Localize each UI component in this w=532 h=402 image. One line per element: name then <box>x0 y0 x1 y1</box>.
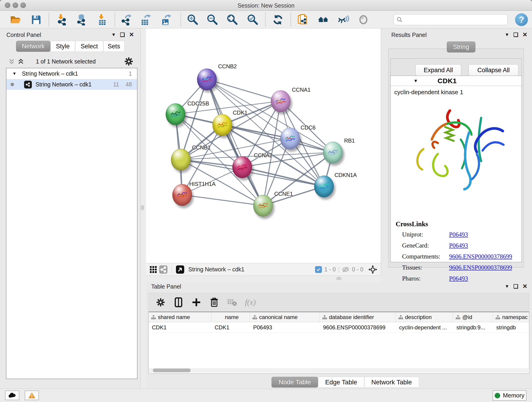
gear-icon[interactable] <box>124 57 133 66</box>
grid-view-icon[interactable] <box>148 264 158 274</box>
close-panel-icon[interactable]: ✕ <box>522 31 527 38</box>
crosslink-label: GeneCard: <box>402 242 449 249</box>
network-node-CCNA2[interactable] <box>232 156 252 178</box>
birdseye-view-icon[interactable] <box>175 264 185 274</box>
import-network-icon[interactable] <box>56 13 68 26</box>
protein-thumbnail <box>257 201 269 211</box>
collapse-panel-icon[interactable]: ▼ <box>505 32 509 37</box>
network-node-CDKN1A[interactable] <box>314 176 334 197</box>
collapse-panel-icon[interactable]: ▼ <box>505 284 509 289</box>
selected-checkbox-icon[interactable] <box>315 266 322 273</box>
search-input[interactable] <box>403 17 501 23</box>
network-name: String Network – cdk1 <box>36 81 92 88</box>
horizontal-scrollbar[interactable] <box>149 368 528 373</box>
network-node-CCNB1[interactable] <box>171 149 191 171</box>
close-panel-icon[interactable]: ✕ <box>522 283 527 290</box>
tab-string[interactable]: String <box>447 41 475 52</box>
warning-button[interactable] <box>25 390 39 400</box>
refresh-icon[interactable] <box>272 13 284 26</box>
column-header-database-identifier[interactable]: database identifier <box>320 312 396 322</box>
zoom-selected-icon[interactable] <box>246 13 259 26</box>
snapshot-share-icon[interactable] <box>297 13 309 26</box>
import-table-icon[interactable] <box>96 13 109 26</box>
crosslink-link[interactable]: 9606.ENSP00000378699 <box>449 253 512 260</box>
tab-style[interactable]: Style <box>51 41 75 52</box>
import-network-database-icon[interactable] <box>75 13 88 26</box>
network-node-CDC25B[interactable] <box>166 103 185 125</box>
show-columns-icon[interactable] <box>173 297 184 307</box>
zoom-fit-icon[interactable] <box>226 13 239 26</box>
zoom-in-icon[interactable] <box>186 13 199 26</box>
zoom-out-icon[interactable] <box>206 13 219 26</box>
tab-network[interactable]: Network <box>16 41 51 52</box>
table-gear-icon[interactable] <box>156 297 166 307</box>
crosslink-row: Pharos: P06493 <box>402 275 512 282</box>
float-panel-icon[interactable]: ❑ <box>120 32 125 38</box>
tab-sets[interactable]: Sets <box>103 41 124 52</box>
close-panel-icon[interactable]: ✕ <box>129 31 134 38</box>
network-view-toolbar: String Network – cdk1 1 - 0 | 0 - 0 <box>146 263 381 276</box>
node-label-RB1: RB1 <box>344 138 355 144</box>
tab-network-table[interactable]: Network Table <box>364 377 419 388</box>
network-row[interactable]: String Network – cdk1 11 48 <box>6 79 137 90</box>
save-session-icon[interactable] <box>30 13 43 26</box>
network-node-RB1[interactable] <box>323 142 343 163</box>
delete-column-icon[interactable] <box>209 297 219 307</box>
tab-edge-table[interactable]: Edge Table <box>318 377 364 388</box>
home-icon[interactable] <box>317 13 330 26</box>
hide-panels-icon[interactable] <box>337 13 350 26</box>
tab-node-table[interactable]: Node Table <box>272 377 318 388</box>
collapse-panel-icon[interactable]: ▼ <box>111 32 116 37</box>
column-header-description[interactable]: description <box>396 312 453 322</box>
network-node-CCNB2[interactable] <box>197 69 217 90</box>
scrollbar-thumb[interactable] <box>153 369 191 372</box>
crosslink-link[interactable]: 9606.ENSP00000378699 <box>449 264 512 271</box>
float-panel-icon[interactable]: ❑ <box>513 283 519 290</box>
gene-card-header[interactable]: ▼ CDK1 <box>391 76 521 86</box>
column-header-id[interactable]: @id <box>453 312 493 322</box>
column-header-namespace[interactable]: namespac <box>493 312 529 322</box>
toolbar-separator <box>181 13 181 27</box>
export-table-icon[interactable] <box>139 13 152 26</box>
network-node-CCNE1[interactable] <box>253 195 273 217</box>
protein-thumbnail <box>236 162 248 173</box>
network-node-CCNA1[interactable] <box>271 90 291 112</box>
help-icon[interactable]: ? <box>515 13 528 26</box>
column-header-canonical-name[interactable]: canonical name <box>250 312 320 322</box>
add-column-icon[interactable] <box>191 297 201 307</box>
table-row[interactable]: CDK1 CDK1 P06493 9606.ENSP00000378699 cy… <box>149 322 529 333</box>
network-collection-row[interactable]: ▼ String Network – cdk1 1 <box>6 68 137 79</box>
splitter-handle[interactable] <box>141 205 144 210</box>
network-node-CDK1[interactable] <box>212 114 232 136</box>
expander-triangle-icon[interactable]: ▼ <box>413 78 418 83</box>
node-label-CDK1: CDK1 <box>233 109 247 116</box>
splitter-handle[interactable] <box>336 277 341 280</box>
network-canvas[interactable]: CCNB2CCNA1CDC25BCDK1CDC6RB1CCNB1CCNA2CDK… <box>146 28 381 263</box>
column-header-shared-name[interactable]: shared name <box>149 312 211 322</box>
table-panel-title: Table Panel <box>151 283 181 290</box>
cloud-button[interactable] <box>5 390 19 400</box>
string-view-icon[interactable] <box>158 264 168 274</box>
fit-content-crosshair-icon[interactable] <box>368 265 378 274</box>
float-panel-icon[interactable]: ❑ <box>513 32 519 38</box>
node-label-CCNA2: CCNA2 <box>254 152 272 159</box>
export-image-icon[interactable] <box>159 13 172 26</box>
expander-triangle-icon[interactable]: ▼ <box>12 71 17 76</box>
network-node-CDC6[interactable] <box>280 128 300 149</box>
collapse-all-button[interactable]: Collapse All <box>469 64 519 76</box>
tab-select[interactable]: Select <box>75 41 103 52</box>
results-panel-title: Results Panel <box>391 32 427 38</box>
network-status-dot <box>11 83 14 86</box>
edge-layer[interactable] <box>146 28 381 263</box>
open-session-icon[interactable] <box>9 13 22 26</box>
crosslink-link[interactable]: P06493 <box>449 275 468 282</box>
crosslink-link[interactable]: P06493 <box>449 231 468 238</box>
eye-icon[interactable] <box>357 13 370 26</box>
network-node-HIST1H1A[interactable] <box>172 184 192 206</box>
crosslink-link[interactable]: P06493 <box>449 242 468 249</box>
memory-button[interactable]: Memory <box>493 390 526 401</box>
export-network-icon[interactable] <box>120 13 133 26</box>
column-header-name[interactable]: name <box>211 312 250 322</box>
network-view-title: String Network – cdk1 <box>188 266 244 273</box>
expand-all-button[interactable]: Expand All <box>415 64 461 76</box>
